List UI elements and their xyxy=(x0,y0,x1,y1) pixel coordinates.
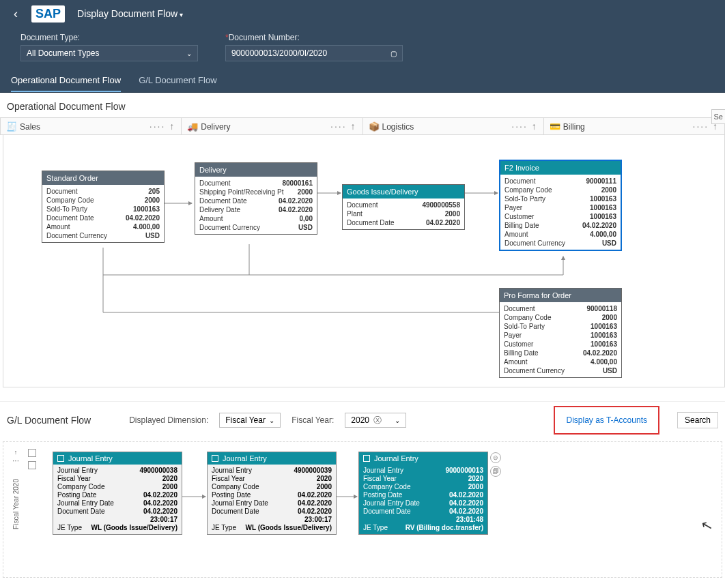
row-check-column xyxy=(28,449,38,469)
card-title: Delivery xyxy=(195,163,317,177)
card-row: Document80000161 xyxy=(199,179,313,188)
lane-logistics: 📦Logistics···· ↑ xyxy=(363,118,544,134)
doc-number-input[interactable]: 9000000013/2000/0I/2020 ▢ xyxy=(225,45,403,61)
card-row: Plant2000 xyxy=(347,209,460,218)
card-row: Posting Date04.02.2020 xyxy=(212,491,332,499)
page-title[interactable]: Display Document Flow xyxy=(77,8,183,19)
dimension-select[interactable]: Fiscal Year⌄ xyxy=(219,413,281,428)
card-row: Document Date04.02.2020 xyxy=(46,214,160,222)
card-title: Journal Entry xyxy=(359,452,487,465)
lane-delivery: 🚚Delivery···· ↑ xyxy=(182,118,362,134)
fiscal-year-label: Fiscal Year: xyxy=(292,415,334,425)
card-row: Amount0,00 xyxy=(199,214,313,223)
card-title: Goods Issue/Delivery xyxy=(343,185,464,199)
card-pro-forma[interactable]: Pro Forma for Order Document90000118Comp… xyxy=(499,288,622,378)
card-row: Payer1000163 xyxy=(504,203,616,212)
card-row: Billing Date04.02.2020 xyxy=(504,221,616,230)
card-row: 23:01:48 xyxy=(363,516,483,524)
card-journal-entry-1[interactable]: Journal Entry Journal Entry4900000038Fis… xyxy=(53,452,182,535)
card-row: JE TypeWL (Goods Issue/Delivery) xyxy=(212,524,332,532)
card-row: Sold-To Party1000163 xyxy=(504,194,616,203)
card-row: Document4900000558 xyxy=(347,201,460,209)
doc-type-label: Document Type: xyxy=(20,33,198,42)
lane-controls[interactable]: ···· ↑ xyxy=(150,121,175,132)
card-row: Company Code2000 xyxy=(504,186,616,194)
card-row: Amount4.000,00 xyxy=(504,357,617,366)
card-row: Company Code2000 xyxy=(504,313,617,322)
tab-operational[interactable]: Operational Document Flow xyxy=(11,68,121,92)
card-row: Document Date04.02.2020 xyxy=(363,508,483,516)
checkbox-icon[interactable] xyxy=(363,455,370,462)
row-checkbox[interactable] xyxy=(28,461,36,469)
card-row: 23:00:17 xyxy=(212,516,332,524)
card-row: Customer1000163 xyxy=(504,340,617,349)
card-row: Company Code2000 xyxy=(46,196,160,205)
card-title: Standard Order xyxy=(42,171,164,185)
card-row: Document CurrencyUSD xyxy=(504,366,617,375)
card-row: Sold-To Party1000163 xyxy=(46,205,160,214)
flow-canvas[interactable]: Standard Order Document205Company Code20… xyxy=(3,135,725,387)
back-button[interactable]: ‹ xyxy=(7,7,25,21)
sap-logo: SAP xyxy=(31,5,65,23)
card-row: Sold-To Party1000163 xyxy=(504,322,617,331)
sales-icon: 🧾 xyxy=(6,121,17,132)
card-row: Document90000111 xyxy=(504,177,616,186)
card-title: Journal Entry xyxy=(53,452,182,465)
card-row: Document CurrencyUSD xyxy=(46,231,160,240)
card-row: Amount4.000,00 xyxy=(46,222,160,231)
action-icon[interactable]: ⊖ xyxy=(490,452,501,463)
expand-panel-button[interactable]: Se xyxy=(711,109,725,124)
checkbox-icon[interactable] xyxy=(57,455,64,462)
lanes-header: 🧾Sales···· ↑ 🚚Delivery···· ↑ 📦Logistics·… xyxy=(0,117,725,135)
card-actions: ⊖ 🗐 xyxy=(490,452,501,477)
doc-type-select[interactable]: All Document Types ⌄ xyxy=(20,45,198,61)
lane-controls[interactable]: ···· ↑ xyxy=(330,121,356,132)
card-row: JE TypeRV (Billing doc.transfer) xyxy=(363,524,483,532)
value-help-icon[interactable]: ▢ xyxy=(390,50,397,57)
gl-section-title: G/L Document Flow xyxy=(7,415,91,426)
card-row: Billing Date04.02.2020 xyxy=(504,349,617,357)
card-delivery[interactable]: Delivery Document80000161Shipping Point/… xyxy=(195,162,317,235)
tab-bar: Operational Document Flow G/L Document F… xyxy=(0,68,725,93)
card-row: Posting Date04.02.2020 xyxy=(57,491,177,499)
card-row: 23:00:17 xyxy=(57,516,177,524)
gl-axis: ↑ ··· Fiscal Year 2020 xyxy=(6,449,25,570)
card-row: Document205 xyxy=(46,187,160,196)
card-standard-order[interactable]: Standard Order Document205Company Code20… xyxy=(42,171,165,243)
lane-billing: 💳Billing···· ↑ xyxy=(544,118,724,134)
card-row: Fiscal Year2020 xyxy=(57,475,177,483)
card-row: JE TypeWL (Goods Issue/Delivery) xyxy=(57,524,177,532)
lane-controls[interactable]: ···· ↑ xyxy=(511,121,537,132)
search-button[interactable]: Search xyxy=(677,412,718,428)
display-t-accounts-link[interactable]: Display as T-Accounts xyxy=(566,415,647,425)
chevron-down-icon: ⌄ xyxy=(269,417,274,424)
card-row: Shipping Point/Receiving Pt2000 xyxy=(199,188,313,196)
card-row: Journal Entry Date04.02.2020 xyxy=(57,499,177,508)
card-row: Document CurrencyUSD xyxy=(504,239,616,248)
tab-gl[interactable]: G/L Document Flow xyxy=(139,68,216,92)
fiscal-year-select[interactable]: 2020ⓧ⌄ xyxy=(345,413,406,428)
filter-bar: Document Type: All Document Types ⌄ Docu… xyxy=(0,27,725,68)
card-journal-entry-2[interactable]: Journal Entry Journal Entry4900000039Fis… xyxy=(207,452,337,535)
gl-flow-canvas[interactable]: ↑ ··· Fiscal Year 2020 Journal Entry Jou… xyxy=(3,441,722,578)
card-row: Document Date04.02.2020 xyxy=(212,508,332,516)
card-f2-invoice[interactable]: F2 Invoice Document90000111Company Code2… xyxy=(499,160,622,251)
card-row: Company Code2000 xyxy=(212,483,332,491)
card-row: Fiscal Year2020 xyxy=(363,475,483,483)
card-goods-issue[interactable]: Goods Issue/Delivery Document4900000558P… xyxy=(342,184,465,230)
chevron-down-icon: ⌄ xyxy=(186,50,192,57)
card-row: Document Date04.02.2020 xyxy=(199,196,313,205)
highlight-box: Display as T-Accounts xyxy=(554,406,659,435)
card-row: Payer1000163 xyxy=(504,331,617,340)
clear-icon[interactable]: ⓧ xyxy=(373,415,382,426)
lane-sales: 🧾Sales···· ↑ xyxy=(1,118,182,134)
card-row: Journal Entry4900000039 xyxy=(212,467,332,475)
row-checkbox[interactable] xyxy=(28,449,36,457)
card-row: Document CurrencyUSD xyxy=(199,223,313,232)
card-row: Company Code2000 xyxy=(363,483,483,491)
card-journal-entry-3[interactable]: Journal Entry Journal Entry9000000013Fis… xyxy=(358,452,488,535)
logistics-icon: 📦 xyxy=(369,121,380,132)
card-row: Document Date04.02.2020 xyxy=(57,508,177,516)
action-icon[interactable]: 🗐 xyxy=(490,466,501,477)
checkbox-icon[interactable] xyxy=(212,455,218,462)
